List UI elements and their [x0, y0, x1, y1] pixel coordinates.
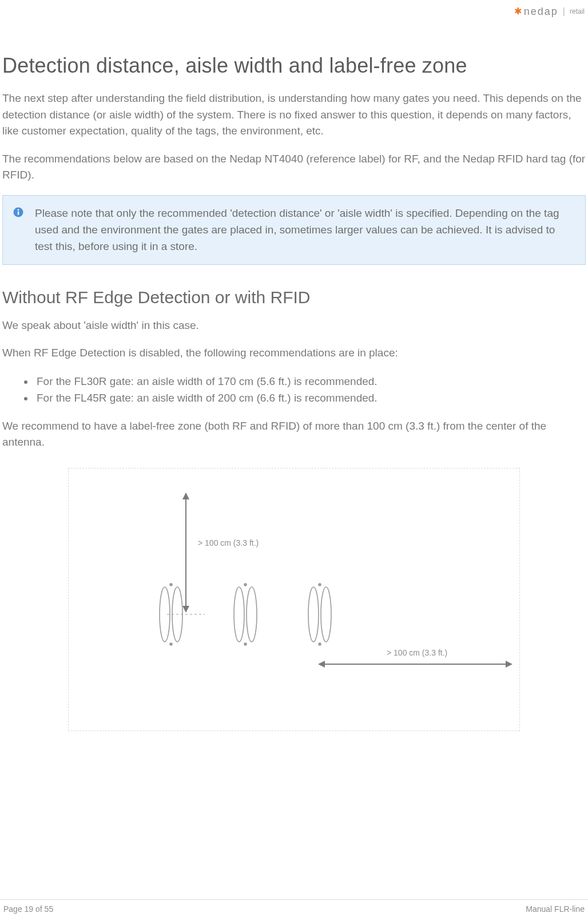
recommendation-list: For the FL30R gate: an aisle width of 17… — [2, 373, 586, 407]
svg-marker-8 — [318, 661, 325, 668]
section-subtitle: Without RF Edge Detection or with RFID — [2, 288, 586, 307]
svg-point-19 — [321, 587, 331, 642]
brand-logo: ✱ nedap | retail — [514, 6, 585, 18]
svg-point-18 — [308, 587, 319, 642]
page-header: ✱ nedap | retail — [0, 0, 588, 19]
svg-point-15 — [247, 587, 257, 642]
info-callout: Please note that only the recommended 'd… — [2, 195, 586, 265]
svg-marker-9 — [506, 661, 512, 668]
diagram-container: > 100 cm (3.3 ft.) > 100 cm (3.3 ft.) — [2, 468, 586, 731]
svg-point-13 — [170, 643, 172, 645]
svg-rect-2 — [18, 211, 19, 215]
brand-subline: retail — [570, 7, 585, 15]
svg-point-20 — [319, 583, 321, 586]
svg-marker-6 — [182, 606, 189, 613]
section-paragraph-3: We recommend to have a label-free zone (… — [2, 418, 586, 451]
document-page: ✱ nedap | retail Detection distance, ais… — [0, 0, 588, 917]
svg-point-14 — [234, 587, 244, 642]
section-paragraph-2: When RF Edge Detection is disabled, the … — [2, 345, 586, 362]
diagram-top-label: > 100 cm (3.3 ft.) — [198, 538, 259, 547]
section-paragraph-1: We speak about 'aisle width' in this cas… — [2, 317, 586, 334]
svg-marker-5 — [182, 493, 189, 499]
diagram-svg — [69, 469, 521, 732]
svg-point-16 — [244, 583, 247, 586]
svg-point-12 — [170, 583, 172, 586]
info-icon — [13, 207, 23, 217]
svg-point-17 — [244, 643, 247, 645]
page-number: Page 19 of 55 — [3, 904, 53, 914]
page-content: Detection distance, aisle width and labe… — [0, 19, 588, 731]
svg-point-1 — [18, 209, 19, 211]
document-title-footer: Manual FLR-line — [526, 904, 585, 914]
intro-paragraph-2: The recommendations below are based on t… — [2, 151, 586, 184]
brand-star-icon: ✱ — [514, 7, 522, 16]
brand-separator: | — [563, 6, 565, 17]
diagram-right-label: > 100 cm (3.3 ft.) — [387, 648, 447, 657]
page-footer: Page 19 of 55 Manual FLR-line — [0, 899, 588, 917]
list-item: For the FL45R gate: an aisle width of 20… — [34, 390, 586, 406]
svg-point-21 — [319, 643, 321, 645]
brand-name: nedap — [524, 6, 558, 18]
label-free-zone-diagram: > 100 cm (3.3 ft.) > 100 cm (3.3 ft.) — [68, 468, 520, 731]
list-item: For the FL30R gate: an aisle width of 17… — [34, 373, 586, 390]
info-callout-text: Please note that only the recommended 'd… — [35, 205, 575, 255]
page-title: Detection distance, aisle width and labe… — [2, 54, 586, 78]
intro-paragraph-1: The next step after understanding the fi… — [2, 90, 586, 140]
